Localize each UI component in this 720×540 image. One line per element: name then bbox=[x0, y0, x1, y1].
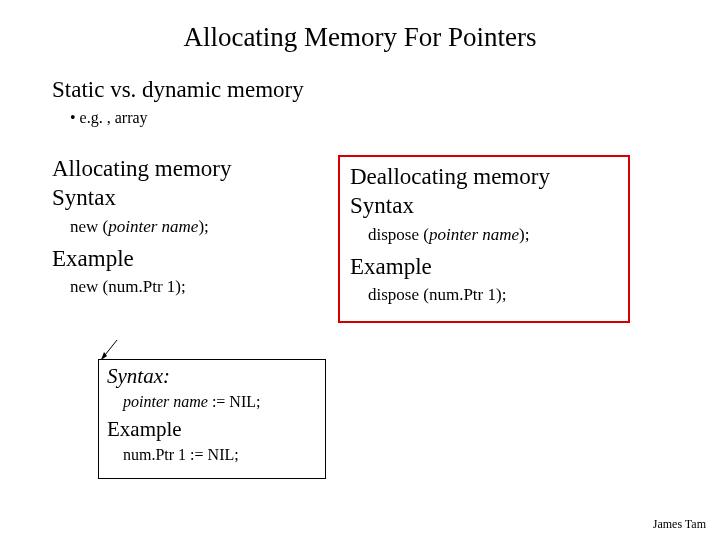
dealloc-syntax-label: Syntax bbox=[350, 192, 618, 221]
dealloc-heading: Deallocating memory bbox=[350, 163, 618, 192]
two-column-row: Allocating memory Syntax new (pointer na… bbox=[52, 155, 720, 323]
code-param: pointer name bbox=[429, 225, 519, 244]
dealloc-example-code: dispose (num.Ptr 1); bbox=[368, 285, 618, 305]
allocating-column: Allocating memory Syntax new (pointer na… bbox=[52, 155, 338, 323]
code-text: new ( bbox=[70, 217, 108, 236]
dealloc-syntax-code: dispose (pointer name); bbox=[368, 225, 618, 245]
svg-line-0 bbox=[101, 340, 117, 360]
alloc-heading: Allocating memory bbox=[52, 155, 338, 184]
nil-example-code: num.Ptr 1 := NIL; bbox=[123, 446, 317, 464]
deallocating-column: Deallocating memory Syntax dispose (poin… bbox=[338, 155, 630, 323]
subheading-static-dynamic: Static vs. dynamic memory bbox=[52, 77, 720, 103]
code-param: pointer name bbox=[123, 393, 208, 410]
svg-marker-1 bbox=[101, 352, 107, 360]
bullet-example-array: • e.g. , array bbox=[70, 109, 720, 127]
nil-example-label: Example bbox=[107, 417, 317, 442]
footer-author: James Tam bbox=[653, 517, 706, 532]
nil-syntax-code: pointer name := NIL; bbox=[123, 393, 317, 411]
code-param: pointer name bbox=[108, 217, 198, 236]
code-text: ); bbox=[198, 217, 208, 236]
nil-syntax-label: Syntax: bbox=[107, 364, 317, 389]
slide-title: Allocating Memory For Pointers bbox=[0, 0, 720, 71]
code-text: dispose ( bbox=[368, 225, 429, 244]
nil-syntax-box: Syntax: pointer name := NIL; Example num… bbox=[98, 359, 326, 479]
dealloc-example-label: Example bbox=[350, 253, 618, 282]
alloc-example-code: new (num.Ptr 1); bbox=[70, 277, 338, 297]
code-text: ); bbox=[519, 225, 529, 244]
alloc-example-label: Example bbox=[52, 245, 338, 274]
content-area: Static vs. dynamic memory • e.g. , array… bbox=[0, 77, 720, 479]
code-text: := NIL; bbox=[208, 393, 261, 410]
alloc-syntax-label: Syntax bbox=[52, 184, 338, 213]
alloc-syntax-code: new (pointer name); bbox=[70, 217, 338, 237]
